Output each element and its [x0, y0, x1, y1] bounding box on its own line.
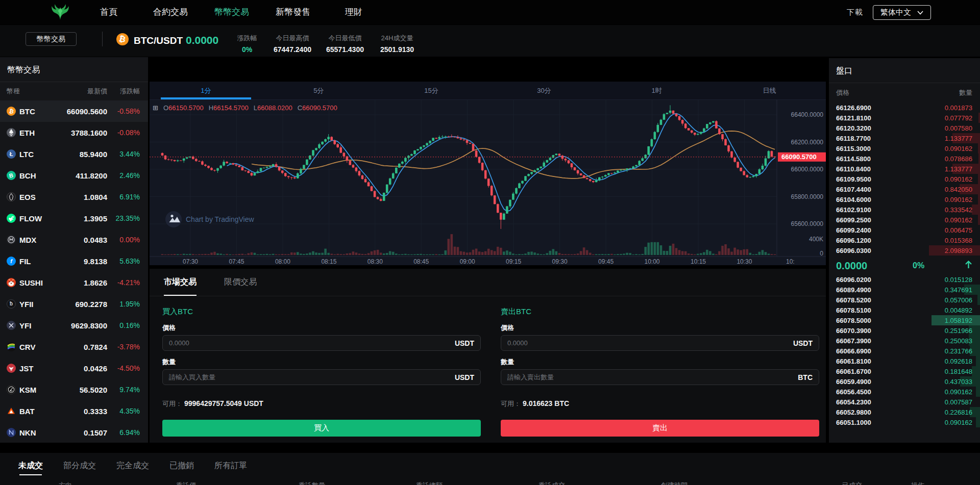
svg-text:66400.0000: 66400.0000: [791, 111, 824, 118]
svg-text:07:45: 07:45: [229, 258, 244, 265]
svg-text:Chart by TradingView: Chart by TradingView: [186, 215, 254, 223]
svg-text:09:45: 09:45: [598, 258, 614, 265]
svg-text:400K: 400K: [809, 236, 823, 243]
svg-text:08:00: 08:00: [275, 258, 290, 265]
svg-text:07:30: 07:30: [183, 258, 198, 265]
svg-text:08:30: 08:30: [368, 258, 383, 265]
svg-text:0: 0: [820, 250, 823, 257]
svg-text:08:45: 08:45: [413, 258, 429, 265]
svg-text:65600.0000: 65600.0000: [791, 220, 824, 227]
svg-text:65800.0000: 65800.0000: [791, 193, 824, 200]
svg-text:10:30: 10:30: [737, 258, 752, 265]
svg-text:66200.0000: 66200.0000: [791, 139, 824, 146]
svg-text:10:: 10:: [786, 258, 795, 265]
svg-text:09:00: 09:00: [460, 258, 475, 265]
svg-text:66090.5700: 66090.5700: [781, 153, 817, 161]
svg-text:10:00: 10:00: [644, 258, 659, 265]
svg-text:08:15: 08:15: [321, 258, 336, 265]
svg-text:66000.0000: 66000.0000: [791, 166, 824, 173]
svg-text:09:30: 09:30: [552, 258, 568, 265]
svg-text:10:15: 10:15: [691, 258, 706, 265]
svg-text:09:15: 09:15: [506, 258, 521, 265]
